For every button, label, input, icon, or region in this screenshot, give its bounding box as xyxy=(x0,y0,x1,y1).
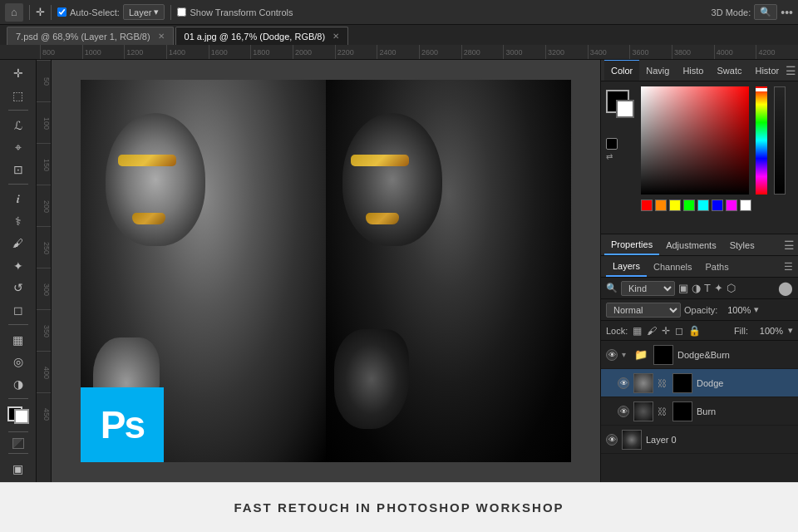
eyedropper-button[interactable]: 𝒊 xyxy=(6,189,31,209)
quick-select-button[interactable]: ⌖ xyxy=(6,137,31,158)
hand-right xyxy=(334,329,409,429)
swatch-green[interactable] xyxy=(683,200,695,211)
lock-all-icon[interactable]: 🔒 xyxy=(688,325,701,337)
background-color[interactable] xyxy=(14,409,29,424)
brush-tool-button[interactable]: 🖌 xyxy=(6,234,31,254)
chain-icon-burn: ⛓ xyxy=(658,406,667,416)
filter-pixel-icon[interactable]: ▣ xyxy=(678,282,688,294)
swap-colors-icon[interactable]: ⇄ xyxy=(606,152,636,161)
tab-histogram[interactable]: Histo xyxy=(676,60,710,81)
color-panel-menu[interactable]: ☰ xyxy=(786,64,796,77)
layer-item-dodge[interactable]: 👁 ⛓ Dodge xyxy=(601,369,798,397)
layers-section: Properties Adjustments Styles ☰ Layers C… xyxy=(601,234,798,482)
swatch-cyan[interactable] xyxy=(697,200,709,211)
layer-item-layer0[interactable]: 👁 Layer 0 xyxy=(601,426,798,454)
transform-checkbox[interactable] xyxy=(177,7,186,17)
right-panel: Color Navig Histo Swatc Histor ☰ xyxy=(600,60,798,482)
home-button[interactable]: ⌂ xyxy=(5,3,23,22)
tab-color[interactable]: Color xyxy=(604,60,639,81)
tab-adjustments[interactable]: Adjustments xyxy=(659,234,723,255)
layer-expand-dodgeburn[interactable]: ▾ xyxy=(622,350,630,359)
blend-mode-select[interactable]: Normal xyxy=(606,303,681,318)
lock-transparency-icon[interactable]: ▦ xyxy=(633,325,642,337)
search-button[interactable]: 🔍 xyxy=(754,4,777,20)
color-bottom-swatches xyxy=(641,200,793,211)
filter-toggle[interactable]: ⬤ xyxy=(778,280,793,296)
hue-handle[interactable] xyxy=(756,88,767,91)
alpha-bar[interactable] xyxy=(774,86,786,195)
ruler-marks: 800 1000 1200 1400 1600 1800 2000 2200 2… xyxy=(0,45,798,59)
lasso-tool-button[interactable]: ℒ xyxy=(6,115,31,135)
gradient-tool-button[interactable]: ▦ xyxy=(6,329,31,350)
swatch-blue[interactable] xyxy=(712,200,723,211)
healing-brush-button[interactable]: ⚕ xyxy=(6,211,31,232)
clone-stamp-button[interactable]: ✦ xyxy=(6,255,31,276)
tab-7psd[interactable]: 7.psd @ 68,9% (Layer 1, RGB/8) ✕ xyxy=(7,27,174,45)
color-gradient[interactable] xyxy=(641,86,749,195)
tab-layers[interactable]: Layers xyxy=(606,256,647,277)
history-brush-button[interactable]: ↺ xyxy=(6,278,31,298)
fill-value: 100% xyxy=(753,326,783,336)
close-tab-01a[interactable]: ✕ xyxy=(332,32,339,41)
tab-properties[interactable]: Properties xyxy=(604,234,659,255)
swatch-magenta[interactable] xyxy=(726,200,737,211)
eraser-tool-button[interactable]: ◻ xyxy=(6,300,31,321)
lock-position-icon[interactable]: ✛ xyxy=(662,325,670,337)
tab-history[interactable]: Histor xyxy=(748,60,786,81)
layer-name-dodge: Dodge xyxy=(697,378,793,388)
lock-paint-icon[interactable]: 🖌 xyxy=(647,325,657,337)
tab-paths[interactable]: Paths xyxy=(699,256,736,277)
tab-swatches[interactable]: Swatc xyxy=(710,60,748,81)
hue-bar[interactable] xyxy=(756,86,767,195)
layer-dropdown[interactable]: Layer ▾ xyxy=(123,4,165,20)
chain-icon-dodge: ⛓ xyxy=(658,378,667,388)
opacity-label: Opacity: xyxy=(684,305,717,315)
tab-01a[interactable]: 01 a.jpg @ 16,7% (Dodge, RGB/8) ✕ xyxy=(175,27,349,45)
background-swatch[interactable] xyxy=(616,100,634,118)
fill-chevron[interactable]: ▾ xyxy=(788,325,793,336)
layer-item-dodgeburn[interactable]: 👁 ▾ 📁 Dodge&Burn xyxy=(601,341,798,369)
fg-reset-icon[interactable] xyxy=(606,138,618,150)
filter-smartobject-icon[interactable]: ⬡ xyxy=(727,282,736,294)
screen-mode-button[interactable]: ▣ xyxy=(6,458,31,479)
tabs-row: 7.psd @ 68,9% (Layer 1, RGB/8) ✕ 01 a.jp… xyxy=(0,25,798,45)
close-tab-7psd[interactable]: ✕ xyxy=(158,32,165,41)
filter-type-icon[interactable]: T xyxy=(704,282,711,294)
blur-tool-button[interactable]: ◎ xyxy=(6,352,31,372)
foreground-swatch[interactable] xyxy=(606,90,629,113)
mask-mode-button[interactable] xyxy=(12,438,24,449)
layers-panel-menu[interactable]: ☰ xyxy=(784,261,793,273)
tab-styles[interactable]: Styles xyxy=(723,234,761,255)
layer-visibility-burn[interactable]: 👁 xyxy=(618,406,629,417)
dodge-tool-button[interactable]: ◑ xyxy=(6,374,31,395)
auto-select-checkbox[interactable] xyxy=(57,7,66,17)
properties-panel-menu[interactable]: ☰ xyxy=(784,239,795,252)
tab-channels[interactable]: Channels xyxy=(647,256,698,277)
filter-adjustment-icon[interactable]: ◑ xyxy=(692,282,701,294)
swatch-orange[interactable] xyxy=(655,200,667,211)
opacity-chevron[interactable]: ▾ xyxy=(754,304,759,315)
properties-tabs: Properties Adjustments Styles ☰ xyxy=(601,234,798,256)
color-picker-area xyxy=(641,86,793,229)
layer-visibility-dodgeburn[interactable]: 👁 xyxy=(606,349,618,361)
swatch-white[interactable] xyxy=(740,200,751,211)
lock-artboard-icon[interactable]: ◻ xyxy=(675,325,683,337)
tab-navigator[interactable]: Navig xyxy=(639,60,676,81)
layer-visibility-dodge[interactable]: 👁 xyxy=(618,377,629,389)
canvas-area[interactable]: Ps xyxy=(52,60,600,482)
swatch-yellow[interactable] xyxy=(669,200,681,211)
toolbar-separator xyxy=(8,324,28,325)
filter-kind-select[interactable]: Kind xyxy=(621,281,675,296)
toolbar-right: 3D Mode: 🔍 ••• xyxy=(712,4,793,20)
layer-item-burn[interactable]: 👁 ⛓ Burn xyxy=(601,397,798,426)
move-tool-button[interactable]: ✛ xyxy=(6,63,31,84)
layer-name-layer0: Layer 0 xyxy=(646,435,793,445)
layer-visibility-layer0[interactable]: 👁 xyxy=(606,434,618,446)
filter-shape-icon[interactable]: ✦ xyxy=(714,282,723,294)
layers-filter-bar: 🔍 Kind ▣ ◑ T ✦ ⬡ ⬤ xyxy=(601,278,798,299)
marquee-tool-button[interactable]: ⬚ xyxy=(6,86,31,106)
more-options-button[interactable]: ••• xyxy=(781,6,793,19)
left-toolbar: ✛ ⬚ ℒ ⌖ ⊡ 𝒊 ⚕ 🖌 ✦ ↺ ◻ ▦ ◎ ◑ ▣ xyxy=(0,60,37,482)
swatch-red[interactable] xyxy=(641,200,653,211)
crop-tool-button[interactable]: ⊡ xyxy=(6,160,31,180)
